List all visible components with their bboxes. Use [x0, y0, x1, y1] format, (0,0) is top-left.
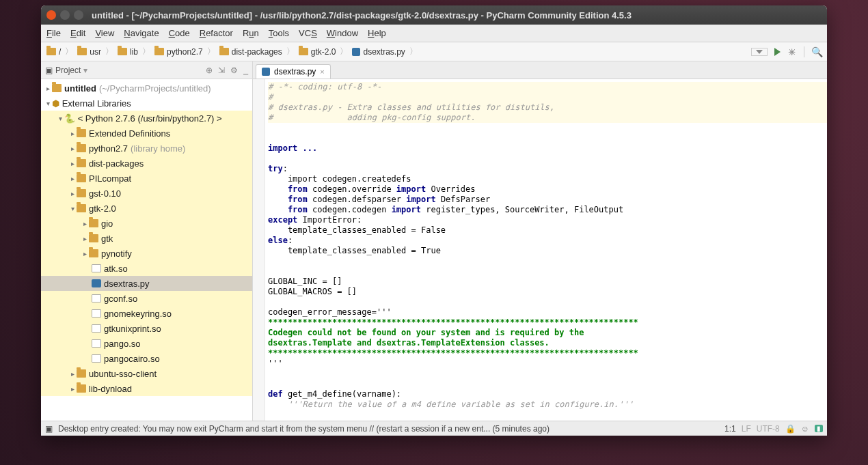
- python-file-icon: [262, 68, 270, 76]
- menubar: File Edit View Navigate Code Refactor Ru…: [41, 25, 827, 42]
- folder-icon: [77, 144, 86, 152]
- minimize-icon[interactable]: [60, 10, 70, 20]
- project-sidebar: ▣ Project ▾ ⊕ ⇲ ⚙ ⎯ ▸untitled(~/PycharmP…: [41, 61, 253, 421]
- tree-gconf[interactable]: gconf.so: [104, 294, 137, 304]
- menu-file[interactable]: File: [46, 28, 61, 38]
- folder-icon: [77, 159, 86, 167]
- tree-gst[interactable]: gst-0.10: [89, 188, 121, 199]
- search-icon[interactable]: 🔍: [811, 46, 823, 57]
- menu-edit[interactable]: Edit: [70, 28, 85, 38]
- tree-project[interactable]: untitled: [64, 83, 96, 94]
- chevron-down-icon: [756, 50, 763, 54]
- tab-dsextras[interactable]: dsextras.py ×: [256, 64, 331, 79]
- tree-pil[interactable]: PILcompat: [89, 173, 131, 184]
- menu-view[interactable]: View: [95, 28, 114, 38]
- run-icon[interactable]: [774, 48, 781, 56]
- folder-icon: [89, 249, 98, 257]
- menu-refactor[interactable]: Refactor: [200, 28, 233, 38]
- tree-dist[interactable]: dist-packages: [89, 158, 144, 169]
- menu-navigate[interactable]: Navigate: [124, 28, 159, 38]
- tree-extdef[interactable]: Extended Definitions: [89, 128, 170, 139]
- menu-tools[interactable]: Tools: [269, 28, 289, 38]
- menu-window[interactable]: Window: [327, 28, 358, 38]
- python-icon: 🐍: [64, 113, 75, 124]
- tree-pangocairo[interactable]: pangocairo.so: [104, 354, 160, 364]
- inspections-icon[interactable]: ☺: [801, 424, 809, 434]
- editor-tabs: dsextras.py ×: [253, 61, 827, 79]
- window: untitled - [~/PycharmProjects/untitled] …: [41, 5, 827, 436]
- scroll-to-source-icon[interactable]: ⊕: [206, 66, 213, 75]
- folder-icon: [154, 48, 164, 55]
- cursor-position[interactable]: 1:1: [724, 424, 736, 434]
- status-message: Desktop entry created: You may now exit …: [58, 424, 719, 434]
- folder-icon: [89, 219, 98, 227]
- menu-run[interactable]: Run: [243, 28, 259, 38]
- file-icon: [92, 294, 101, 302]
- titlebar[interactable]: untitled - [~/PycharmProjects/untitled] …: [41, 5, 827, 25]
- tree-atk[interactable]: atk.so: [104, 264, 128, 274]
- folder-icon: [77, 189, 86, 197]
- tree-libdynload[interactable]: lib-dynload: [89, 384, 132, 394]
- file-icon: [92, 339, 101, 348]
- tree-gnomekeyring[interactable]: gnomekeyring.so: [104, 309, 172, 319]
- code-area[interactable]: # -*- coding: utf-8 -*- # # dsextras.py …: [253, 79, 827, 421]
- tree-dsextras[interactable]: dsextras.py: [104, 279, 149, 289]
- sidebar-title: Project: [55, 66, 81, 75]
- close-tab-icon[interactable]: ×: [320, 68, 324, 76]
- status-icon: ▣: [45, 424, 53, 434]
- folder-icon: [77, 384, 86, 393]
- settings-icon[interactable]: ⚙: [230, 66, 238, 75]
- crumb-file[interactable]: dsextras.py〉: [351, 46, 420, 57]
- debug-icon[interactable]: ⛯: [787, 46, 797, 57]
- tree-gio[interactable]: gio: [101, 219, 113, 229]
- folder-icon: [46, 48, 56, 55]
- folder-icon: [77, 129, 86, 137]
- collapse-all-icon[interactable]: ⇲: [218, 66, 225, 75]
- crumb-root[interactable]: /〉: [45, 46, 76, 57]
- tree-pynotify[interactable]: pynotify: [101, 249, 132, 259]
- line-separator[interactable]: LF: [742, 424, 751, 434]
- tree-external[interactable]: External Libraries: [62, 98, 131, 109]
- folder-icon: [77, 204, 86, 212]
- tree-pango[interactable]: pango.so: [104, 339, 141, 349]
- crumb-dist[interactable]: dist-packages〉: [218, 46, 297, 57]
- tree-py27[interactable]: python2.7: [89, 143, 128, 154]
- tab-label: dsextras.py: [274, 67, 316, 76]
- maximize-icon[interactable]: [74, 10, 83, 20]
- crumb-usr[interactable]: usr〉: [76, 46, 116, 57]
- breadcrumb: /〉 usr〉 lib〉 python2.7〉 dist-packages〉 g…: [41, 42, 827, 61]
- file-icon: [92, 324, 101, 333]
- file-icon: [92, 309, 101, 318]
- folder-icon: [299, 48, 308, 55]
- lock-icon[interactable]: 🔒: [785, 424, 796, 434]
- folder-icon: [77, 369, 86, 378]
- library-icon: ⬢: [52, 98, 59, 109]
- editor: dsextras.py × # -*- coding: utf-8 -*- # …: [253, 61, 827, 421]
- folder-icon: [89, 234, 98, 242]
- close-icon[interactable]: [46, 10, 56, 20]
- tree-gtk[interactable]: gtk-2.0: [89, 203, 116, 214]
- crumb-python27[interactable]: python2.7〉: [153, 46, 218, 57]
- tree-python[interactable]: < Python 2.7.6 (/usr/bin/python2.7) >: [78, 113, 222, 124]
- hide-icon[interactable]: ⎯: [243, 66, 248, 75]
- tree-gtkunixprint[interactable]: gtkunixprint.so: [104, 324, 161, 334]
- file-icon: [92, 354, 101, 363]
- python-file-icon: [352, 48, 360, 56]
- menu-vcs[interactable]: VCS: [299, 28, 317, 38]
- tree-ubuntu-sso[interactable]: ubuntu-sso-client: [89, 369, 157, 379]
- crumb-gtk[interactable]: gtk-2.0〉: [297, 46, 351, 57]
- folder-icon: [219, 48, 229, 55]
- project-tool-icon: ▣: [45, 66, 53, 75]
- tree-gtksub[interactable]: gtk: [101, 234, 113, 244]
- run-config-dropdown[interactable]: [751, 48, 768, 56]
- folder-icon: [77, 174, 86, 182]
- project-tree[interactable]: ▸untitled(~/PycharmProjects/untitled) ▾⬢…: [41, 79, 252, 421]
- menu-code[interactable]: Code: [169, 28, 190, 38]
- python-file-icon: [92, 279, 101, 287]
- crumb-lib[interactable]: lib〉: [116, 46, 153, 57]
- encoding[interactable]: UTF-8: [757, 424, 780, 434]
- file-icon: [92, 264, 101, 272]
- memory-indicator[interactable]: ▮: [815, 425, 823, 432]
- menu-help[interactable]: Help: [368, 28, 386, 38]
- sidebar-header: ▣ Project ▾ ⊕ ⇲ ⚙ ⎯: [41, 61, 252, 79]
